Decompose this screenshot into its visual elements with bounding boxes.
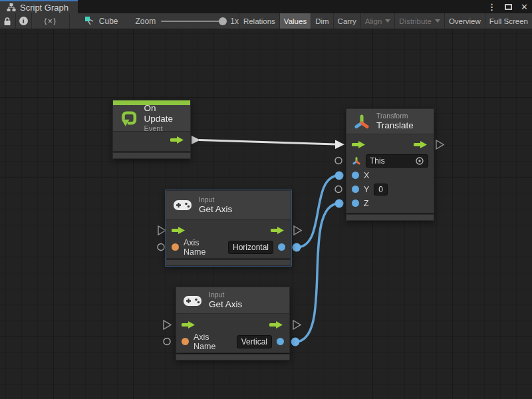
control-input-port[interactable] xyxy=(352,140,366,149)
lock-icon xyxy=(3,17,11,26)
control-port-connector[interactable] xyxy=(293,321,301,329)
chevron-down-icon xyxy=(385,19,390,23)
tab-bar: Script Graph ⋮ ✕ xyxy=(0,0,532,13)
control-input-port[interactable] xyxy=(182,321,196,329)
graph-hierarchy-icon xyxy=(7,3,16,12)
axis-name-field[interactable]: Horizontal xyxy=(228,241,273,254)
node-title: Get Axis xyxy=(199,204,232,215)
wire-endpoint[interactable] xyxy=(335,172,344,180)
transform-gizmo-icon xyxy=(353,113,370,130)
value-wire-vertical-z xyxy=(295,203,339,342)
transform-port-icon[interactable] xyxy=(352,156,361,166)
wire-endpoint[interactable] xyxy=(291,338,300,346)
control-port-connector[interactable] xyxy=(436,140,444,149)
axis-name-input-port[interactable] xyxy=(172,243,179,251)
node-translate[interactable]: Transform Translate xyxy=(346,109,434,220)
maximize-icon[interactable] xyxy=(505,4,512,10)
node-get-axis-vertical[interactable]: Input Get Axis xyxy=(176,287,289,360)
window-menu-icon[interactable]: ⋮ xyxy=(487,2,496,12)
y-value-field[interactable]: 0 xyxy=(374,184,388,196)
control-output-port[interactable] xyxy=(170,136,185,144)
zoom-value: 1x xyxy=(230,17,239,26)
value-output-port[interactable] xyxy=(277,338,284,345)
node-footer xyxy=(176,354,289,360)
control-port-connector[interactable] xyxy=(164,321,171,329)
control-output-port[interactable] xyxy=(414,140,428,149)
overview-button[interactable]: Overview xyxy=(444,13,485,29)
port-label-y: Y xyxy=(364,185,369,194)
node-category: Input xyxy=(199,196,232,204)
breadcrumb-label: Cube xyxy=(99,17,118,26)
node-category: Transform xyxy=(376,112,414,120)
port-label-x: X xyxy=(364,171,369,180)
value-wire-horizontal-x xyxy=(297,176,339,247)
node-subtitle: Event xyxy=(144,124,184,133)
control-output-port[interactable] xyxy=(271,226,285,235)
control-port-connector[interactable] xyxy=(294,226,301,235)
node-footer xyxy=(346,215,434,220)
node-title: Translate xyxy=(376,120,414,131)
distribute-button[interactable]: Distribute xyxy=(394,13,444,29)
info-icon: i xyxy=(19,17,28,25)
port-label-z: Z xyxy=(364,199,369,208)
node-title: Get Axis xyxy=(209,299,242,310)
zoom-label: Zoom xyxy=(136,17,156,26)
axis-name-label: Axis Name xyxy=(194,332,232,351)
node-get-axis-horizontal[interactable]: Input Get Axis xyxy=(166,191,291,265)
lock-button[interactable] xyxy=(0,13,15,29)
zoom-slider[interactable] xyxy=(161,21,225,22)
axis-name-field[interactable]: Vertical xyxy=(237,335,272,348)
graph-breadcrumb-icon xyxy=(84,16,95,27)
align-button[interactable]: Align xyxy=(360,13,395,29)
values-button[interactable]: Values xyxy=(279,13,311,29)
zoom-control: Zoom 1x xyxy=(136,13,239,29)
control-input-port[interactable] xyxy=(172,226,186,235)
y-input-port[interactable] xyxy=(352,186,359,193)
x-input-port[interactable] xyxy=(352,172,359,179)
breadcrumb[interactable]: Cube xyxy=(82,13,121,29)
window-controls: ⋮ ✕ xyxy=(487,0,528,13)
tab-title: Script Graph xyxy=(20,3,68,13)
value-port-connector[interactable] xyxy=(335,186,342,193)
value-port-connector[interactable] xyxy=(335,158,342,164)
control-port-connector[interactable] xyxy=(158,226,166,235)
self-target-field[interactable]: This xyxy=(366,154,428,168)
info-button[interactable]: i xyxy=(16,13,31,29)
axis-name-label: Axis Name xyxy=(184,238,223,257)
node-category: Input xyxy=(209,291,242,299)
carry-button[interactable]: Carry xyxy=(333,13,360,29)
fullscreen-button[interactable]: Full Screen xyxy=(485,13,532,29)
value-port-connector[interactable] xyxy=(158,244,164,251)
control-wire xyxy=(199,140,336,145)
on-update-loop-icon xyxy=(120,108,138,128)
node-footer xyxy=(113,153,190,158)
axis-name-input-port[interactable] xyxy=(182,338,189,345)
node-footer xyxy=(166,260,291,265)
wire-endpoint[interactable] xyxy=(293,243,301,252)
control-wire-arrowhead xyxy=(335,140,344,150)
z-input-port[interactable] xyxy=(352,200,359,207)
dim-button[interactable]: Dim xyxy=(311,13,332,29)
disconnect-button[interactable]: ⟨×⟩ xyxy=(32,13,69,29)
toolbar-toggles: Relations Values Dim Carry Align Distrib… xyxy=(239,13,532,29)
node-on-update[interactable]: On Update Event xyxy=(113,100,190,158)
node-title: On Update xyxy=(144,103,184,124)
value-port-connector[interactable] xyxy=(164,338,170,345)
chevron-down-icon xyxy=(435,19,440,23)
object-picker-icon[interactable] xyxy=(415,156,424,166)
script-graph-window: Script Graph ⋮ ✕ i ⟨×⟩ Cube xyxy=(0,0,532,399)
close-icon[interactable]: ✕ xyxy=(521,2,528,12)
relations-button[interactable]: Relations xyxy=(239,13,279,29)
wire-endpoint[interactable] xyxy=(335,200,344,208)
graph-canvas[interactable]: On Update Event xyxy=(0,29,532,399)
zoom-slider-handle[interactable] xyxy=(219,17,227,25)
gamepad-icon xyxy=(173,198,193,212)
toolbar-divider xyxy=(69,13,70,29)
value-output-port[interactable] xyxy=(278,243,285,251)
gamepad-icon xyxy=(183,293,203,308)
tab-script-graph[interactable]: Script Graph xyxy=(0,0,78,13)
control-output-port[interactable] xyxy=(269,321,284,329)
toolbar: i ⟨×⟩ Cube Zoom 1x Relations Values Dim … xyxy=(0,13,532,29)
